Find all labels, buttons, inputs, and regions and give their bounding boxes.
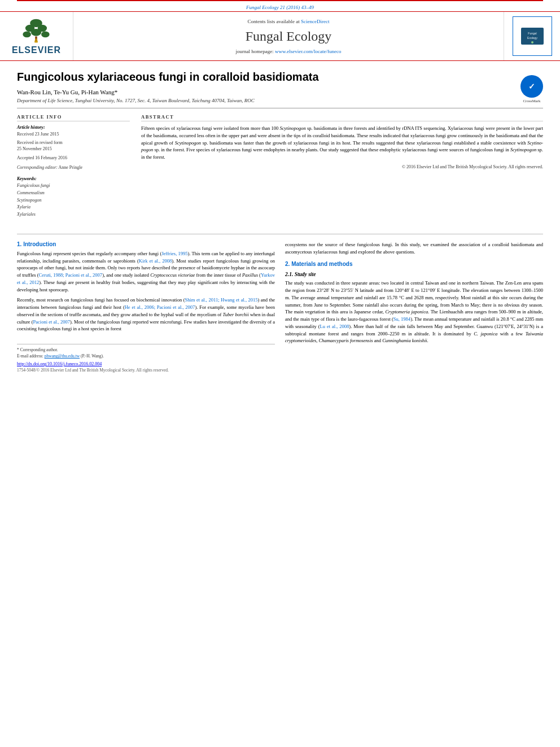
ceruti-1988-link[interactable]: Ceruti, 1988; Pacioni et al., 2007 bbox=[39, 272, 103, 278]
article-title: Fungicolous xylariaceous fungi in corall… bbox=[17, 69, 543, 84]
doi-anchor[interactable]: http://dx.doi.org/10.1016/j.funeco.2016.… bbox=[17, 361, 102, 366]
abstract-heading: ABSTRACT bbox=[141, 114, 543, 121]
intro-para-2: Recently, most research on fungicolous f… bbox=[17, 296, 275, 333]
study-site-text: The study was conducted in three separat… bbox=[285, 279, 543, 344]
svg-text:Fungal: Fungal bbox=[528, 32, 536, 35]
article-affiliation: Department of Life Science, Tunghai Univ… bbox=[17, 98, 543, 103]
page-wrapper: Fungal Ecology 21 (2016) 43–49 bbox=[0, 0, 560, 373]
footnote-section: * Corresponding author. E-mail address: … bbox=[17, 344, 275, 373]
svg-point-12 bbox=[531, 41, 533, 43]
corresponding-editor: Corresponding editor: Anne Pringle bbox=[17, 164, 130, 171]
journal-citation: Fungal Ecology 21 (2016) 43–49 bbox=[17, 0, 543, 11]
abstract-text: Fifteen species of xylariaceous fungi we… bbox=[141, 125, 543, 161]
crossmark-icon: ✓ bbox=[520, 75, 543, 98]
elsevier-name: ELSEVIER bbox=[12, 45, 61, 55]
methods-title: 2. Materials and methods bbox=[285, 261, 543, 267]
jeffries-1995-link[interactable]: Jeffries, 1995 bbox=[161, 251, 187, 256]
elsevier-tree-icon bbox=[19, 17, 53, 45]
footnote-star: * Corresponding author. bbox=[17, 347, 275, 352]
body-columns: 1. Introduction Fungicolous fungi repres… bbox=[0, 241, 560, 373]
journal-header-band: ELSEVIER Contents lists available at Sci… bbox=[0, 11, 560, 61]
article-body: ✓ CrossMark Fungicolous xylariaceous fun… bbox=[0, 61, 560, 227]
crossmark-label: CrossMark bbox=[523, 99, 540, 103]
introduction-title: 1. Introduction bbox=[17, 241, 275, 247]
su-1984-link[interactable]: Su, 1984 bbox=[393, 316, 410, 322]
email-link[interactable]: phwang@thu.edu.tw bbox=[45, 353, 80, 359]
section-divider bbox=[17, 234, 543, 234]
crossmark-container: ✓ CrossMark bbox=[520, 75, 543, 103]
elsevier-logo: ELSEVIER bbox=[12, 17, 61, 55]
sciencedirect-link[interactable]: ScienceDirect bbox=[301, 19, 329, 24]
right-intro-continuation: ecosystems nor the source of these fungi… bbox=[285, 241, 543, 256]
homepage-link[interactable]: www.elsevier.com/locate/funeco bbox=[275, 49, 341, 54]
kirk-2008-link[interactable]: Kirk et al., 2008 bbox=[139, 258, 172, 264]
journal-logo-area: Fungal Ecology bbox=[504, 12, 560, 60]
right-body-col: ecosystems nor the source of these fungi… bbox=[285, 241, 543, 373]
abstract-col: ABSTRACT Fifteen species of xylariaceous… bbox=[141, 114, 543, 219]
shim-2011-link[interactable]: Shim et al., 2011; Hwang et al., 2015 bbox=[185, 297, 258, 303]
study-site-title: 2.1. Study site bbox=[285, 272, 543, 277]
editor-label: Corresponding editor: bbox=[17, 165, 58, 170]
issn-text: 1754-5048/© 2016 Elsevier Ltd and The Br… bbox=[17, 368, 275, 373]
copyright-text: © 2016 Elsevier Ltd and The British Myco… bbox=[141, 164, 543, 169]
keywords-list: Fungicolous fungi Commensalism Scytinopo… bbox=[17, 182, 130, 219]
svg-rect-8 bbox=[35, 41, 38, 43]
journal-homepage: journal homepage: www.elsevier.com/locat… bbox=[236, 49, 342, 54]
lu-2008-link[interactable]: Lu et al., 2008 bbox=[320, 324, 349, 329]
article-info-heading: ARTICLE INFO bbox=[17, 114, 130, 121]
keywords-section: Keywords: Fungicolous fungi Commensalism… bbox=[17, 176, 130, 219]
svg-point-3 bbox=[23, 31, 32, 37]
received-date: Received 23 June 2015 bbox=[17, 131, 130, 137]
journal-title-area: Contents lists available at ScienceDirec… bbox=[73, 12, 504, 60]
journal-logo-box: Fungal Ecology bbox=[513, 16, 552, 56]
accepted-date: Accepted 16 February 2016 bbox=[17, 155, 130, 161]
keywords-label: Keywords: bbox=[17, 176, 130, 181]
journal-title: Fungal Ecology bbox=[246, 29, 332, 44]
editor-name: Anne Pringle bbox=[59, 165, 82, 170]
journal-logo-icon: Fungal Ecology bbox=[521, 28, 544, 45]
authors-text: Wan-Rou Lin, Te-Yu Gu, Pi-Han Wang* bbox=[17, 89, 117, 95]
elsevier-logo-area: ELSEVIER bbox=[0, 12, 73, 60]
article-info-abstract: ARTICLE INFO Article history: Received 2… bbox=[17, 108, 543, 219]
svg-point-7 bbox=[36, 38, 38, 41]
pacioni-2007-link[interactable]: Pacioni et al., 2007 bbox=[33, 319, 70, 325]
doi-link: http://dx.doi.org/10.1016/j.funeco.2016.… bbox=[17, 361, 275, 366]
left-body-col: 1. Introduction Fungicolous fungi repres… bbox=[17, 241, 275, 373]
crossmark-area: ✓ CrossMark bbox=[520, 75, 543, 103]
he-2006-link[interactable]: He et al., 2006; Pacioni et al., 2007 bbox=[125, 304, 195, 310]
contents-available-text: Contents lists available at ScienceDirec… bbox=[248, 19, 330, 24]
svg-text:Ecology: Ecology bbox=[527, 36, 537, 40]
citation-text: Fungal Ecology 21 (2016) 43–49 bbox=[246, 5, 314, 10]
intro-para-1: Fungicolous fungi represent species that… bbox=[17, 250, 275, 294]
svg-point-4 bbox=[31, 29, 41, 36]
article-info-col: ARTICLE INFO Article history: Received 2… bbox=[17, 114, 130, 219]
contents-text: Contents lists available at bbox=[248, 19, 300, 24]
history-label: Article history: bbox=[17, 125, 130, 130]
revised-date: Received in revised form25 November 2015 bbox=[17, 139, 130, 152]
article-authors: Wan-Rou Lin, Te-Yu Gu, Pi-Han Wang* bbox=[17, 89, 543, 95]
svg-point-5 bbox=[42, 31, 50, 37]
footnote-email: E-mail address: phwang@thu.edu.tw (P.-H.… bbox=[17, 353, 275, 359]
